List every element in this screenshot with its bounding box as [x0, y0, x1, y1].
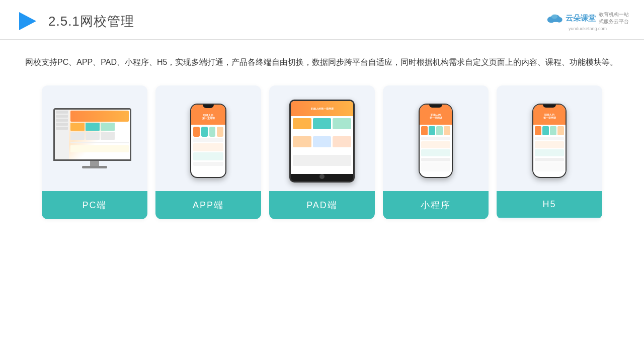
brand-name: 云朵课堂 [566, 14, 596, 23]
card-miniprogram: 职场人的第一堂网课 [383, 85, 489, 219]
card-pad-image: 职场人的第一堂网课 [269, 85, 375, 191]
tablet-home-btn [319, 174, 325, 179]
card-miniprogram-label: 小程序 [383, 191, 489, 219]
pc-monitor-icon [53, 108, 136, 173]
brand-cloud: 云朵课堂 教育机构一站 式服务云平台 [546, 11, 629, 25]
app-phone-icon: 职场人的第一堂网课 [190, 104, 226, 178]
card-pad-label: PAD端 [269, 191, 375, 219]
card-pc-image [42, 85, 147, 191]
header: 2.5.1网校管理 云朵课堂 教育机构一站 式服务云平台 yunduoketan… [0, 0, 644, 40]
svg-point-5 [551, 14, 558, 19]
card-app: 职场人的第一堂网课 [155, 85, 261, 219]
brand-url: yunduoketang.com [569, 26, 607, 31]
pad-tablet-icon: 职场人的第一堂网课 [289, 100, 355, 183]
description-text: 网校支持PC、APP、PAD、小程序、H5，实现多端打通，产品各终端自由切换，数… [25, 54, 619, 70]
card-app-image: 职场人的第一堂网课 [155, 85, 261, 191]
phone-screen: 职场人的第一堂网课 [191, 105, 225, 177]
header-left: 2.5.1网校管理 [15, 9, 134, 33]
platform-cards: PC端 职场人的第一堂网课 [25, 85, 619, 219]
card-h5-label: H5 [497, 191, 602, 218]
card-pad: 职场人的第一堂网课 [269, 85, 375, 219]
miniprogram-phone-icon: 职场人的第一堂网课 [419, 104, 453, 178]
logo-arrow-icon [15, 9, 39, 33]
h5-phone-icon: 职场人的第一堂网课 [532, 104, 567, 178]
brand-logo: 云朵课堂 教育机构一站 式服务云平台 yunduoketang.com [546, 11, 629, 31]
miniprogram-screen: 职场人的第一堂网课 [420, 105, 452, 177]
main-content: 网校支持PC、APP、PAD、小程序、H5，实现多端打通，产品各终端自由切换，数… [0, 40, 644, 229]
card-h5-image: 职场人的第一堂网课 [497, 85, 602, 191]
cloud-icon [546, 13, 562, 24]
card-h5: 职场人的第一堂网课 [497, 85, 602, 219]
phone-notch [203, 105, 214, 108]
h5-phone-notch [543, 105, 556, 108]
svg-rect-4 [548, 19, 560, 22]
card-miniprogram-image: 职场人的第一堂网课 [383, 85, 489, 191]
card-pc-label: PC端 [42, 191, 147, 219]
tablet-screen: 职场人的第一堂网课 [291, 101, 353, 174]
brand-slogan: 教育机构一站 式服务云平台 [599, 11, 629, 25]
phone-modern-notch [429, 105, 442, 108]
card-app-label: APP端 [155, 191, 261, 219]
card-pc: PC端 [42, 85, 147, 219]
page-title: 2.5.1网校管理 [48, 13, 134, 30]
svg-marker-0 [19, 12, 36, 30]
h5-screen: 职场人的第一堂网课 [533, 105, 566, 177]
